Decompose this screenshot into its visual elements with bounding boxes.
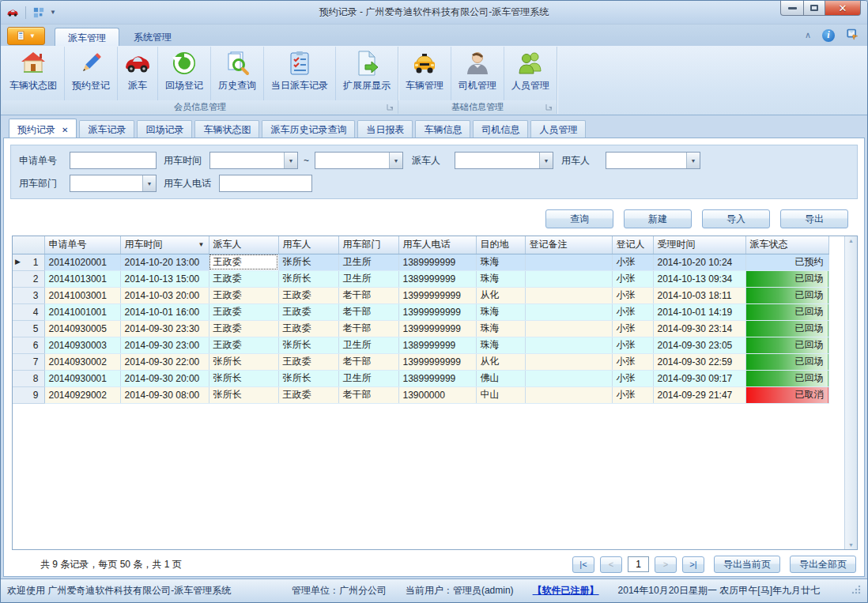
next-page-button[interactable]: > (655, 556, 677, 573)
cell-use-time[interactable]: 2014-09-30 23:30 (120, 320, 209, 337)
dept-combo[interactable]: ▼ (70, 175, 157, 192)
row-indicator[interactable]: ▶1 (13, 254, 44, 270)
layout-grid-icon[interactable] (32, 6, 46, 19)
ribbon-button-car[interactable]: 派车 (118, 47, 158, 100)
cell-use-time[interactable]: 2014-09-30 20:00 (120, 370, 209, 386)
column-header-9[interactable]: 登记人 (612, 236, 653, 254)
doc-tab-4[interactable]: 派车历史记录查询 (262, 120, 355, 138)
cell-accept-time[interactable]: 2014-09-30 09:17 (653, 370, 745, 386)
table-row-1[interactable]: 2201410130012014-10-13 15:00王政委张所长卫生所138… (13, 270, 828, 287)
cell-note[interactable] (525, 370, 612, 386)
cell-registrar[interactable]: 小张 (612, 353, 653, 370)
cell-accept-time[interactable]: 2014-09-30 23:05 (653, 337, 745, 353)
dialog-launcher-icon[interactable] (386, 103, 395, 112)
query-button[interactable]: 查询 (545, 209, 613, 228)
sort-desc-icon[interactable]: ▼ (198, 241, 205, 248)
cell-dispatcher[interactable]: 王政委 (209, 337, 278, 353)
last-page-button[interactable]: >| (682, 556, 704, 573)
column-header-2[interactable]: 用车时间▼ (120, 236, 209, 254)
about-icon[interactable] (846, 28, 859, 43)
column-header-1[interactable]: 申请单号 (44, 236, 120, 254)
cell-status[interactable]: 已回场 (745, 270, 828, 287)
table-row-6[interactable]: 7201409300022014-09-30 22:00张所长王政委老干部139… (13, 353, 828, 370)
page-number-input[interactable] (628, 556, 649, 572)
cell-registrar[interactable]: 小张 (612, 287, 653, 303)
row-indicator[interactable]: 5 (13, 320, 44, 337)
row-indicator[interactable]: 7 (13, 353, 44, 370)
cell-dept[interactable]: 老干部 (338, 386, 398, 403)
cell-user[interactable]: 王政委 (278, 287, 338, 303)
cell-registrar[interactable]: 小张 (612, 337, 653, 353)
cell-phone[interactable]: 1389999999 (398, 270, 476, 287)
ribbon-collapse-icon[interactable]: ∧ (805, 30, 811, 40)
ribbon-button-history-search[interactable]: 历史查询 (211, 47, 264, 100)
cell-destination[interactable]: 珠海 (476, 303, 525, 320)
cell-note[interactable] (525, 287, 612, 303)
cell-destination[interactable]: 佛山 (476, 370, 525, 386)
cell-phone[interactable]: 13999999999 (398, 303, 476, 320)
cell-use-time[interactable]: 2014-09-30 22:00 (120, 353, 209, 370)
cell-dispatcher[interactable]: 张所长 (209, 386, 278, 403)
dialog-launcher-icon[interactable] (545, 103, 554, 112)
cell-registrar[interactable]: 小张 (612, 270, 653, 287)
column-header-3[interactable]: 派车人 (209, 236, 278, 254)
export-all-pages-button[interactable]: 导出全部页 (790, 556, 856, 573)
cell-note[interactable] (525, 303, 612, 320)
minimize-button[interactable] (780, 1, 804, 16)
cell-accept-time[interactable]: 2014-09-29 21:47 (653, 386, 745, 403)
cell-order-no[interactable]: 20141020001 (44, 254, 120, 270)
import-button[interactable]: 导入 (702, 209, 770, 228)
quick-access-dropdown-icon[interactable]: ▼ (50, 9, 56, 16)
cell-registrar[interactable]: 小张 (612, 386, 653, 403)
cell-registrar[interactable]: 小张 (612, 320, 653, 337)
cell-accept-time[interactable]: 2014-09-30 23:14 (653, 320, 745, 337)
doc-tab-7[interactable]: 司机信息 (473, 120, 528, 138)
resize-grip[interactable] (851, 585, 861, 597)
table-row-3[interactable]: 4201410010012014-10-01 16:00王政委王政委老干部139… (13, 303, 828, 320)
cell-destination[interactable]: 珠海 (476, 270, 525, 287)
cell-dispatcher[interactable]: 王政委 (209, 320, 278, 337)
doc-tab-6[interactable]: 车辆信息 (415, 120, 470, 138)
cell-order-no[interactable]: 20140929002 (44, 386, 120, 403)
cell-note[interactable] (525, 270, 612, 287)
cell-order-no[interactable]: 20140930002 (44, 353, 120, 370)
cell-order-no[interactable]: 20140930005 (44, 320, 120, 337)
table-row-7[interactable]: 8201409300012014-09-30 20:00张所长张所长卫生所138… (13, 370, 828, 386)
time-from-input[interactable] (210, 153, 284, 168)
column-header-10[interactable]: 受理时间 (653, 236, 745, 254)
cell-accept-time[interactable]: 2014-10-20 10:24 (653, 254, 745, 270)
dispatcher-input[interactable] (455, 153, 539, 168)
phone-input[interactable] (219, 175, 312, 192)
create-button[interactable]: 新建 (624, 209, 692, 228)
info-icon[interactable]: i (822, 29, 835, 42)
cell-user[interactable]: 张所长 (278, 254, 338, 270)
cell-dispatcher[interactable]: 王政委 (209, 303, 278, 320)
row-indicator[interactable]: 3 (13, 287, 44, 303)
dept-input[interactable] (70, 175, 142, 191)
cell-status[interactable]: 已预约 (745, 254, 828, 270)
cell-destination[interactable]: 从化 (476, 287, 525, 303)
cell-phone[interactable]: 13900000 (398, 386, 476, 403)
ribbon-button-house[interactable]: 车辆状态图 (2, 47, 65, 100)
cell-phone[interactable]: 13999999999 (398, 353, 476, 370)
scroll-down-icon[interactable]: ▼ (848, 542, 854, 548)
column-header-7[interactable]: 目的地 (476, 236, 525, 254)
cell-note[interactable] (525, 386, 612, 403)
cell-accept-time[interactable]: 2014-10-01 14:19 (653, 303, 745, 320)
cell-status[interactable]: 已回场 (745, 303, 828, 320)
doc-tab-3[interactable]: 车辆状态图 (194, 120, 259, 138)
cell-phone[interactable]: 13999999999 (398, 287, 476, 303)
cell-accept-time[interactable]: 2014-10-03 18:11 (653, 287, 745, 303)
cell-status[interactable]: 已回场 (745, 353, 828, 370)
column-header-0[interactable] (13, 236, 44, 254)
table-row-5[interactable]: 6201409300032014-09-30 23:00王政委张所长卫生所138… (13, 337, 828, 353)
cell-use-time[interactable]: 2014-10-01 16:00 (120, 303, 209, 320)
scroll-up-icon[interactable]: ▲ (848, 238, 854, 243)
column-header-5[interactable]: 用车部门 (338, 236, 398, 254)
close-icon[interactable]: ✕ (62, 126, 68, 134)
ribbon-button-pencil[interactable]: 预约登记 (65, 47, 118, 100)
order-no-input[interactable] (70, 152, 157, 169)
cell-dispatcher[interactable]: 张所长 (209, 353, 278, 370)
row-indicator[interactable]: 9 (13, 386, 44, 403)
table-row-2[interactable]: 3201410030012014-10-03 20:00王政委王政委老干部139… (13, 287, 828, 303)
